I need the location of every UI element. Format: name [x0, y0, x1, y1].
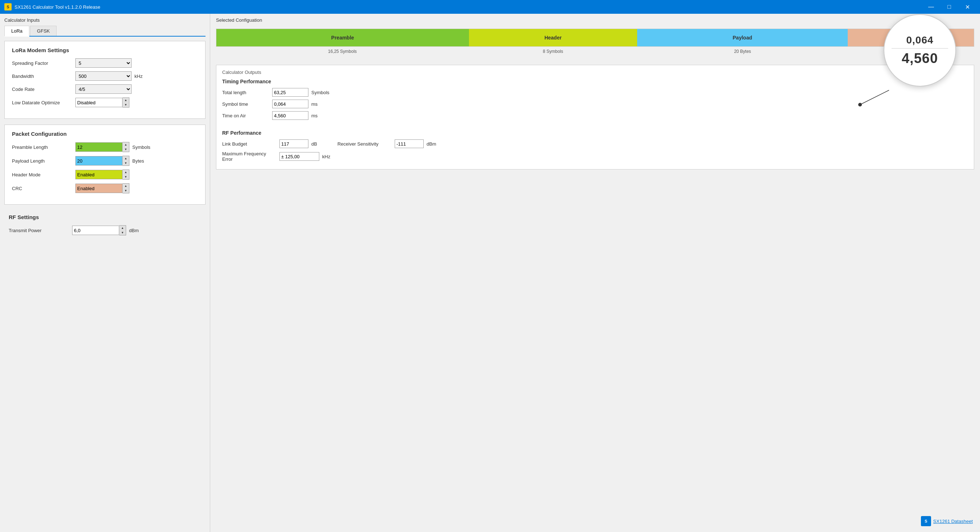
transmit-power-spinner: ▲ ▼ — [72, 225, 126, 235]
minimize-button[interactable]: — — [923, 1, 939, 13]
crc-input[interactable] — [75, 184, 123, 193]
spreading-factor-row: Spreading Factor 5678 9101112 — [12, 58, 198, 68]
payload-length-spinner: ▲ ▼ — [75, 156, 129, 166]
bandwidth-label: Bandwidth — [12, 73, 75, 79]
total-length-unit: Symbols — [311, 90, 329, 95]
payload-down[interactable]: ▼ — [123, 161, 129, 165]
app-body: Calculator Inputs LoRa GFSK LoRa Modem S… — [0, 14, 980, 532]
code-rate-select[interactable]: 4/54/64/74/8 — [75, 84, 132, 94]
header-mode-label: Header Mode — [12, 172, 75, 178]
link-budget-unit: dB — [311, 141, 317, 147]
selected-config-label: Selected Configuation — [216, 17, 974, 23]
window-title: SX1261 Calculator Tool v1.1.2.0 Release — [14, 4, 923, 10]
bandwidth-select[interactable]: 500125250 — [75, 71, 132, 81]
low-datarate-input[interactable] — [75, 98, 123, 107]
payload-length-input[interactable] — [75, 156, 123, 165]
transmit-power-input[interactable] — [72, 226, 119, 235]
time-on-air-unit: ms — [311, 113, 318, 118]
rf-performance-heading: RF Performance — [222, 130, 968, 136]
receiver-sensitivity-unit: dBm — [426, 141, 436, 147]
transmit-power-unit: dBm — [129, 228, 139, 233]
magnifier-value-large: 4,560 — [902, 51, 938, 66]
packet-visualization: Preamble Header Payload CRC — [216, 29, 974, 47]
spreading-factor-select[interactable]: 5678 9101112 — [75, 58, 132, 68]
payload-unit: Bytes — [132, 158, 144, 164]
app-icon: S — [4, 3, 11, 11]
rf-settings-heading: RF Settings — [9, 214, 201, 220]
code-rate-row: Code Rate 4/54/64/74/8 — [12, 84, 198, 94]
symbol-time-label: Symbol time — [222, 102, 269, 107]
magnifier-circle: 0,064 4,560 — [884, 14, 956, 87]
calculator-outputs-title: Calculator Outputs — [222, 70, 968, 75]
lora-modem-settings-box: LoRa Modem Settings Spreading Factor 567… — [4, 41, 205, 119]
max-freq-error-label: Maximum Frequency Error — [222, 151, 277, 162]
calculator-inputs-label: Calculator Inputs — [4, 17, 205, 23]
max-freq-error-row: Maximum Frequency Error kHz — [222, 151, 968, 162]
timing-performance-heading: Timing Performance — [222, 79, 968, 84]
total-length-value[interactable] — [272, 88, 309, 97]
crc-spinner: ▲ ▼ — [75, 183, 129, 194]
lora-modem-heading: LoRa Modem Settings — [12, 47, 198, 53]
left-panel: Calculator Inputs LoRa GFSK LoRa Modem S… — [0, 14, 210, 532]
crc-up[interactable]: ▲ — [123, 184, 129, 188]
tab-lora[interactable]: LoRa — [4, 26, 29, 37]
tab-gfsk[interactable]: GFSK — [30, 26, 57, 36]
time-on-air-value[interactable] — [272, 111, 309, 120]
spreading-factor-label: Spreading Factor — [12, 60, 75, 66]
payload-sublabel: 20 Bytes — [637, 49, 848, 54]
title-bar: S SX1261 Calculator Tool v1.1.2.0 Releas… — [0, 0, 980, 14]
transmit-power-down[interactable]: ▼ — [119, 230, 126, 235]
link-budget-value[interactable] — [280, 140, 309, 148]
header-mode-up[interactable]: ▲ — [123, 170, 129, 175]
low-datarate-down[interactable]: ▼ — [123, 103, 129, 107]
low-datarate-up[interactable]: ▲ — [123, 98, 129, 103]
total-length-row: Total length Symbols — [222, 88, 968, 97]
preamble-length-label: Preamble Length — [12, 145, 75, 150]
max-freq-error-value[interactable] — [280, 152, 319, 161]
preamble-segment: Preamble — [216, 29, 469, 46]
header-mode-input[interactable] — [75, 170, 123, 179]
crc-down[interactable]: ▼ — [123, 188, 129, 193]
datasheet-label: SX1261 Datasheet — [933, 519, 973, 524]
transmit-power-up[interactable]: ▲ — [119, 226, 126, 230]
symbol-time-value[interactable] — [272, 100, 309, 108]
preamble-length-input[interactable] — [75, 142, 123, 152]
code-rate-label: Code Rate — [12, 87, 75, 92]
crc-row: CRC ▲ ▼ — [12, 183, 198, 194]
modulation-tabs: LoRa GFSK — [4, 26, 205, 37]
time-on-air-label: Time on Air — [222, 113, 269, 118]
header-segment: Header — [469, 29, 637, 46]
magnifier-line-svg — [889, 90, 932, 112]
datasheet-icon: S — [921, 516, 931, 526]
link-budget-row: Link Budget dB Receiver Sensitivity dBm — [222, 140, 968, 148]
preamble-up[interactable]: ▲ — [123, 142, 129, 147]
receiver-sensitivity-value[interactable] — [395, 140, 424, 148]
rf-settings-section: RF Settings Transmit Power ▲ ▼ dBm — [4, 210, 205, 243]
receiver-sensitivity-label: Receiver Sensitivity — [337, 141, 392, 147]
restore-button[interactable]: □ — [941, 1, 958, 13]
window-controls: — □ ✕ — [923, 1, 976, 13]
preamble-down[interactable]: ▼ — [123, 147, 129, 152]
max-freq-error-unit: kHz — [322, 154, 330, 159]
transmit-power-label: Transmit Power — [9, 228, 72, 233]
datasheet-link[interactable]: S SX1261 Datasheet — [921, 516, 973, 526]
bandwidth-unit: kHz — [134, 73, 142, 79]
magnifier-value-small: 0,064 — [906, 34, 933, 46]
outputs-section: Calculator Outputs Timing Performance To… — [216, 65, 974, 170]
time-on-air-row: Time on Air ms — [222, 111, 968, 120]
packet-config-heading: Packet Configuration — [12, 131, 198, 137]
header-mode-down[interactable]: ▼ — [123, 175, 129, 179]
payload-length-label: Payload Length — [12, 158, 75, 164]
low-datarate-spinner: ▲ ▼ — [75, 97, 129, 108]
payload-up[interactable]: ▲ — [123, 156, 129, 161]
svg-point-1 — [858, 103, 862, 106]
total-length-label: Total length — [222, 90, 269, 95]
header-sublabel: 8 Symbols — [469, 49, 637, 54]
preamble-length-row: Preamble Length ▲ ▼ Symbols — [12, 142, 198, 152]
preamble-sublabel: 16,25 Symbols — [216, 49, 469, 54]
payload-segment: Payload — [637, 29, 848, 46]
close-button[interactable]: ✕ — [959, 1, 976, 13]
packet-config-box: Packet Configuration Preamble Length ▲ ▼… — [4, 125, 205, 205]
outputs-container: 0,064 4,560 Calculator Outputs Timing Pe… — [216, 65, 974, 170]
transmit-power-row: Transmit Power ▲ ▼ dBm — [9, 225, 201, 235]
